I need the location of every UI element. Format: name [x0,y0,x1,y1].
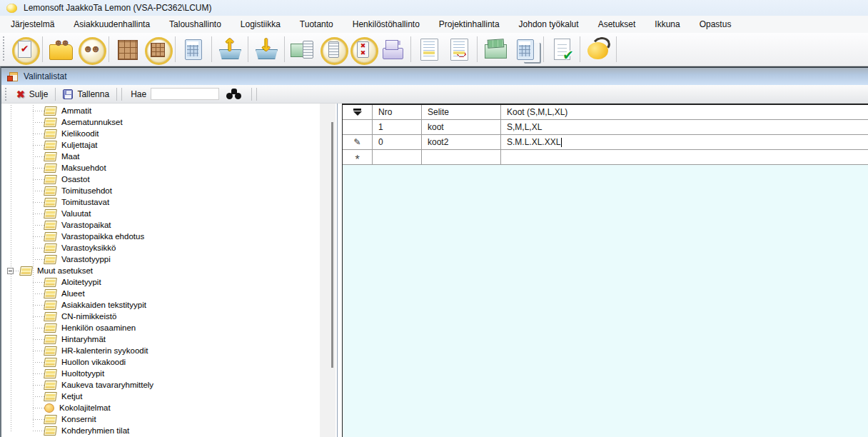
menu-item[interactable]: Ikkuna [649,17,685,31]
toolbar-separator [175,36,176,62]
cell-selite[interactable]: koot2 [422,135,501,149]
toolbar-grip[interactable] [3,36,6,62]
tree-scrollbar[interactable] [320,104,335,437]
panel-divider [337,104,338,437]
tree-item[interactable]: Maksuehdot [6,162,318,174]
column-header-koot[interactable]: Koot (S,M,L,XL) [501,105,868,119]
menu-item[interactable]: Opastus [694,17,737,31]
tree-item[interactable]: Valuutat [6,208,318,219]
tree-item-label: Valuutat [61,209,91,218]
toolbar-icons [9,33,620,66]
tree-item[interactable]: Asiakkaiden tekstityypit [6,299,318,311]
tree-item[interactable]: Huoltotyypit [6,368,318,379]
toolbar-separator [580,36,580,62]
tree-scrollbar-thumb[interactable] [331,122,333,368]
cell-koot[interactable]: S.M.L.XL.XXL [501,135,868,149]
tree-expander-icon[interactable] [7,268,14,274]
tree-item[interactable]: Alueet [6,288,318,299]
calculator-icon[interactable] [180,36,207,63]
tree-item-icon [44,243,57,253]
tree-item[interactable]: Osastot [6,174,318,185]
tree-item[interactable]: Huollon vikakoodi [6,356,318,368]
tree-item[interactable]: Varastopaikka ehdotus [6,231,318,242]
envelope-scroll-icon[interactable] [289,36,316,63]
menu-item[interactable]: Johdon työkalut [513,17,585,31]
column-header-selite[interactable]: Selite [422,105,501,119]
tree-item[interactable]: Maat [6,151,318,162]
tree-item[interactable]: Kuljettajat [6,139,318,151]
clipboard-check-icon[interactable] [11,36,38,63]
tree-item[interactable]: Henkilön osaaminen [6,322,318,333]
toolstrip-grip[interactable] [5,88,7,101]
boxes-icon[interactable] [113,36,141,63]
scroll-circle-icon[interactable] [319,36,346,63]
tree-item-label: Kielikoodit [61,129,99,138]
menu-item[interactable]: Järjestelmä [5,17,60,31]
tray-down-icon[interactable] [253,36,280,63]
close-button[interactable]: Sulje [11,87,53,101]
row-header[interactable] [343,150,373,164]
tree-item-icon [44,426,57,436]
cell-koot[interactable]: S,M,L,XL [501,120,868,134]
tree-item-icon [44,232,57,241]
tree-item[interactable]: Aloitetyypit [6,276,318,288]
tree-item[interactable]: Muut asetukset [6,265,318,276]
invoice-marked-icon[interactable] [445,36,473,63]
tree-item[interactable]: Toimitusehdot [6,185,318,196]
lemon-logo-icon[interactable] [585,36,612,63]
tree-item[interactable]: CN-nimikkeistö [6,311,318,322]
tray-up-icon[interactable] [216,36,243,63]
tree-item[interactable]: Kielikoodit [6,128,318,139]
binoculars-search-icon[interactable] [226,89,242,99]
menu-item[interactable]: Taloushallinto [163,17,227,31]
cell-koot[interactable] [501,150,868,164]
tree-item-label: Maat [61,152,80,161]
tree-item-icon [44,175,57,184]
tree-item[interactable]: Toimitustavat [6,196,318,208]
selection-lists-tree: Ammatit Asematunnukset Kielikoodit [6,105,318,437]
menu-item[interactable]: Logistiikka [235,17,286,31]
row-header[interactable] [343,120,373,134]
tree-item[interactable]: Hintaryhmät [6,333,318,345]
envelope-money-icon[interactable] [482,36,509,63]
tree-item-icon [44,209,57,218]
tree-item[interactable]: Kohderyhmien tilat [6,425,318,436]
cell-selite[interactable]: koot [422,120,501,134]
tree-item[interactable]: Ketjut [6,391,318,402]
calculator-docs-icon[interactable] [512,36,539,63]
menu-item[interactable]: Asetukset [592,17,642,31]
cell-selite[interactable] [422,150,501,164]
tree-item[interactable]: Varastopaikat [6,219,318,231]
cell-nro[interactable]: 0 [373,135,422,149]
cell-nro[interactable] [373,150,422,164]
tree-item-label: Ketjut [61,392,82,401]
tree-item-icon [44,106,57,116]
tree-item[interactable]: Varastotyyppi [6,253,318,265]
menu-item[interactable]: Henkilöstöhallinto [347,17,425,31]
grid-filter-corner[interactable] [343,105,373,119]
document-check-icon[interactable] [548,36,575,63]
tree-item[interactable]: Varastoyksikkö [6,242,318,253]
toolbar-separator [477,36,478,62]
cash-register-icon[interactable] [379,36,406,63]
row-header[interactable] [343,135,373,149]
tree-item[interactable]: Konsernit [6,413,318,425]
menu-item[interactable]: Tuotanto [294,17,339,31]
toolbar-separator [108,36,109,62]
tree-item[interactable]: Asematunnukset [6,116,318,128]
menu-item[interactable]: Asiakkuudenhallinta [68,17,156,31]
folder-people-icon[interactable] [47,36,74,63]
tree-item[interactable]: HR-kalenterin syykoodit [6,345,318,356]
save-button[interactable]: Tallenna [58,88,114,101]
tree-item[interactable]: Kokolajitelmat [6,402,318,413]
cell-nro[interactable]: 1 [373,120,422,134]
boxes-circle-icon[interactable] [143,36,171,63]
tree-item[interactable]: Kaukeva tavararyhmittely [6,379,318,391]
column-header-nro[interactable]: Nro [373,105,422,119]
invoice-icon[interactable] [415,36,443,63]
search-input[interactable] [151,88,219,100]
scroll-x-circle-icon[interactable] [349,36,376,63]
tree-item[interactable]: Ammatit [6,105,318,116]
people-circle-icon[interactable] [77,36,104,63]
menu-item[interactable]: Projektinhallinta [433,17,505,31]
